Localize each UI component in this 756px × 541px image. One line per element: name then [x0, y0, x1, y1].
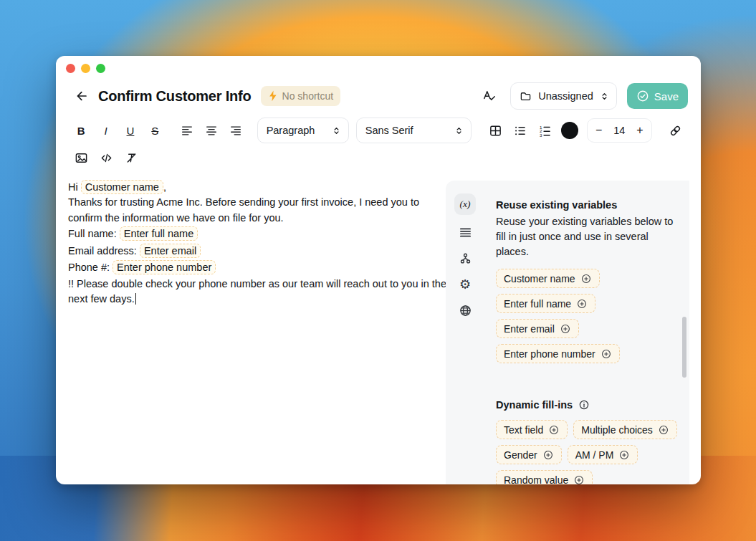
- insert-link-button[interactable]: [664, 120, 688, 141]
- traffic-lights: [66, 64, 105, 73]
- bold-button[interactable]: B: [69, 120, 93, 141]
- variable-chip-full-name[interactable]: Enter full name: [120, 226, 198, 241]
- font-size-stepper: − 14 +: [587, 118, 652, 143]
- chip-label: Multiple choices: [581, 424, 653, 436]
- chip-enter-email[interactable]: Enter email: [496, 319, 579, 338]
- chip-enter-full-name[interactable]: Enter full name: [496, 294, 595, 313]
- globe-icon: [459, 304, 472, 317]
- chip-customer-name[interactable]: Customer name: [496, 269, 600, 288]
- text-color-button[interactable]: [561, 122, 578, 139]
- zoom-button[interactable]: [96, 64, 105, 73]
- paragraph-2-text: !! Please double check your phone number…: [68, 278, 446, 305]
- chip-text-field[interactable]: Text field: [496, 420, 568, 439]
- align-right-button[interactable]: [224, 120, 248, 141]
- folder-select-value: Unassigned: [538, 90, 593, 102]
- chevron-updown-icon: [454, 125, 464, 136]
- chip-random-value[interactable]: Random value: [496, 470, 593, 484]
- field-label: Phone #:: [68, 262, 113, 273]
- clear-formatting-icon: [125, 151, 138, 165]
- insert-table-button[interactable]: [483, 120, 507, 141]
- hierarchy-icon: [459, 252, 472, 266]
- paragraph-style-select[interactable]: Paragraph: [257, 118, 349, 143]
- fillins-section-header: Dynamic fill-ins: [496, 399, 681, 411]
- info-icon: [578, 399, 590, 411]
- editor-paragraph-1: Thanks for trusting Acme Inc. Before sen…: [68, 195, 451, 226]
- plus-circle-icon: [580, 273, 592, 284]
- font-size-increase-button[interactable]: +: [636, 125, 643, 136]
- save-button-label: Save: [654, 90, 679, 102]
- panel-content: Reuse existing variables Reuse your exis…: [496, 199, 681, 484]
- plus-circle-icon: [658, 424, 669, 436]
- existing-variable-chips: Customer name Enter full name Enter emai…: [496, 269, 681, 363]
- check-circle-icon: [636, 90, 649, 102]
- panel-scrollbar[interactable]: [682, 317, 686, 378]
- font-size-decrease-button[interactable]: −: [595, 125, 602, 136]
- shortcut-badge-label: No shortcut: [282, 90, 334, 102]
- fillins-info-button[interactable]: [578, 399, 590, 411]
- greeting-suffix: ,: [163, 181, 166, 193]
- bullet-list-icon: [513, 124, 527, 138]
- editor-paragraph-2: !! Please double check your phone number…: [68, 277, 451, 307]
- tab-settings[interactable]: ⚙: [454, 277, 476, 292]
- italic-button[interactable]: I: [93, 120, 118, 141]
- shortcut-badge[interactable]: No shortcut: [261, 86, 341, 106]
- spellcheck-toggle[interactable]: [481, 85, 498, 107]
- tab-variables[interactable]: (x): [454, 193, 476, 215]
- folder-icon: [520, 90, 532, 102]
- back-button[interactable]: [72, 86, 92, 106]
- align-left-icon: [181, 124, 193, 137]
- save-button[interactable]: Save: [627, 83, 688, 109]
- svg-text:3: 3: [540, 133, 542, 138]
- variable-chip-email[interactable]: Enter email: [140, 244, 201, 258]
- underline-button[interactable]: U: [118, 120, 143, 141]
- plus-circle-icon: [601, 348, 612, 360]
- greeting-prefix: Hi: [68, 181, 81, 193]
- align-center-button[interactable]: [199, 120, 224, 141]
- chip-label: Enter phone number: [504, 348, 595, 360]
- text-lines-icon: [459, 226, 472, 239]
- paragraph-select-value: Paragraph: [267, 125, 315, 136]
- font-family-select[interactable]: Sans Serif: [356, 118, 472, 143]
- variable-chip-customer-name[interactable]: Customer name: [81, 180, 163, 194]
- page-title: Confirm Customer Info: [98, 88, 252, 105]
- folder-select[interactable]: Unassigned: [510, 82, 617, 110]
- chevron-updown-icon: [600, 91, 609, 102]
- insert-code-button[interactable]: [94, 147, 119, 168]
- variables-x-icon: (x): [460, 198, 471, 210]
- tab-snippets[interactable]: [454, 225, 476, 241]
- image-icon: [75, 151, 88, 165]
- snippet-editor-window: Confirm Customer Info No shortcut Unassi…: [56, 56, 701, 484]
- chip-label: Enter email: [504, 323, 555, 335]
- chip-multiple-choices[interactable]: Multiple choices: [573, 420, 677, 439]
- chip-label: Text field: [504, 424, 543, 436]
- align-left-button[interactable]: [175, 120, 199, 141]
- variable-chip-phone[interactable]: Enter phone number: [113, 260, 216, 274]
- tab-language[interactable]: [454, 302, 476, 318]
- chip-gender[interactable]: Gender: [496, 445, 562, 464]
- chip-label: AM / PM: [575, 449, 614, 461]
- tab-workflow[interactable]: [454, 251, 476, 267]
- plus-circle-icon: [542, 449, 554, 461]
- snippet-editor-body[interactable]: Hi Customer name, Thanks for trusting Ac…: [68, 179, 451, 307]
- chip-am-pm[interactable]: AM / PM: [568, 445, 638, 464]
- code-icon: [100, 151, 113, 165]
- chip-label: Customer name: [504, 273, 575, 284]
- back-arrow-icon: [75, 89, 89, 103]
- clear-formatting-button[interactable]: [119, 147, 144, 168]
- bullet-list-button[interactable]: [508, 120, 532, 141]
- header-bar: Confirm Customer Info No shortcut Unassi…: [69, 80, 688, 112]
- formatting-toolbar: B I U S Paragraph Sans Serif: [69, 118, 688, 143]
- close-button[interactable]: [66, 64, 75, 73]
- insert-image-button[interactable]: [69, 147, 94, 168]
- numbered-list-button[interactable]: 123: [532, 120, 557, 141]
- align-right-icon: [229, 124, 242, 137]
- chip-enter-phone-number[interactable]: Enter phone number: [496, 344, 620, 363]
- table-icon: [489, 124, 502, 138]
- strikethrough-button[interactable]: S: [143, 120, 167, 141]
- variables-side-panel: (x) ⚙ Reuse existing variables: [446, 181, 689, 484]
- plus-circle-icon: [560, 323, 571, 335]
- plus-circle-icon: [548, 424, 560, 436]
- minimize-button[interactable]: [81, 64, 90, 73]
- variables-section-description: Reuse your existing variables below to f…: [496, 214, 681, 259]
- chip-label: Gender: [504, 449, 537, 461]
